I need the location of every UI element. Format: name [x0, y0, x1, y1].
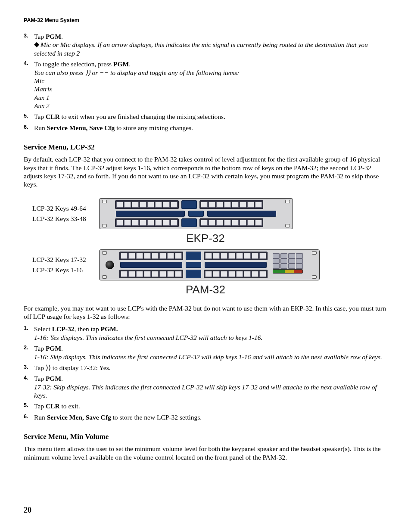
step-text: Run Service Menu, Save Cfg to store any … [34, 124, 193, 131]
section-paragraph: This menu item allows the user to set th… [24, 445, 387, 461]
step-number: 2. [24, 345, 28, 352]
figure-label: LCP-32 Keys 49-64 [32, 203, 99, 213]
step-text: Tap CLR to exit when you are finished ch… [34, 113, 225, 120]
step-note: You can also press ⟩⟩ or −− to display a… [34, 69, 240, 76]
t: CLR [46, 113, 60, 120]
screw-icon [102, 224, 107, 227]
volume-knob-icon [106, 261, 114, 269]
step-b3: 3. Tap ⟩⟩ to display 17-32: Yes. [24, 364, 387, 372]
step-number: 5. [24, 113, 28, 120]
key-bank [199, 200, 263, 209]
center-module [186, 270, 201, 278]
figure-labels-pam: LCP-32 Keys 17-32 LCP-32 Keys 1-16 [24, 255, 99, 275]
figure-label: LCP-32 Keys 17-32 [32, 255, 99, 264]
t: Tap [34, 345, 46, 352]
step-b4: 4. Tap PGM. 17-32: Skip displays. This i… [24, 374, 387, 399]
diamond-icon: ◆ [34, 40, 39, 48]
t: CLR [46, 402, 60, 410]
figure-label: LCP-32 Keys 33-48 [32, 214, 99, 224]
t: Tap [34, 113, 46, 120]
center-module [186, 262, 201, 268]
t: . [61, 375, 63, 382]
key-row [119, 252, 268, 260]
step-5: 5. Tap CLR to exit when you are finished… [24, 112, 387, 121]
step-number: 4. [24, 375, 28, 382]
step-number: 1. [24, 325, 28, 332]
step-note: 17-32: Skip displays. This indicates the… [34, 383, 377, 399]
t: PGM [46, 375, 61, 382]
center-module [186, 252, 201, 260]
figure-label: LCP-32 Keys 1-16 [32, 265, 99, 275]
section-heading-minvol: Service Menu, Min Volume [24, 432, 387, 441]
steps-list-b: 1. Select LCP-32, then tap PGM. 1-16: Ye… [24, 325, 387, 421]
t: Run [34, 414, 47, 421]
t: PGM [46, 345, 61, 352]
step-b5: 5. Tap CLR to exit. [24, 402, 387, 410]
key-row [119, 270, 268, 278]
step-number: 6. [24, 124, 28, 131]
page-number: 20 [24, 506, 31, 515]
step-b2: 2. Tap PGM. 1-16: Skip displays. This in… [24, 344, 387, 361]
t: Select [34, 325, 52, 333]
step-note: 1-16: Yes displays. This indicates the f… [34, 334, 262, 341]
key-bank [119, 270, 183, 278]
figure-caption-ekp: EKP-32 [24, 232, 387, 245]
key-bank [204, 270, 268, 278]
keypad [273, 253, 303, 277]
step-note: ◆Mic or Mic displays. If an arrow displa… [34, 41, 368, 56]
ekp-panel [99, 198, 293, 229]
t: Tap [34, 402, 46, 410]
t: . [129, 60, 131, 68]
step-text: Tap CLR to exit. [34, 402, 80, 410]
key-row [115, 218, 277, 227]
key-bank [119, 252, 183, 260]
t: ⟩⟩ to display 17-32: Yes. [46, 364, 111, 371]
key-row [115, 200, 277, 209]
key-bank [115, 218, 179, 227]
figure-row-ekp: LCP-32 Keys 49-64 LCP-32 Keys 33-48 [24, 198, 387, 229]
step-4: 4. To toggle the selection, press PGM. Y… [24, 60, 387, 110]
key-bank [199, 218, 263, 227]
document-page: PAM-32 Menu System 3. Tap PGM. ◆Mic or M… [0, 0, 411, 532]
t: Mic or Mic displays. If an arrow display… [34, 41, 368, 56]
t: LCP-32 [52, 325, 75, 333]
toggle-item: Mic [34, 77, 387, 85]
running-header: PAM-32 Menu System [24, 17, 387, 23]
screw-icon [312, 275, 317, 279]
step-text: Tap ⟩⟩ to display 17-32: Yes. [34, 364, 111, 371]
t: To toggle the selection, press [34, 60, 113, 68]
display-strip [205, 262, 267, 268]
t: PGM [113, 60, 129, 68]
t: to exit when you are finished changing t… [60, 113, 225, 120]
step-6: 6. Run Service Menu, Save Cfg to store a… [24, 124, 387, 132]
t: Tap [34, 364, 46, 371]
t: Tap [34, 33, 46, 40]
t: . [61, 345, 63, 352]
display-strip [207, 211, 276, 217]
step-number: 3. [24, 33, 28, 40]
display-row [115, 211, 277, 217]
step-text: Tap PGM. [34, 33, 63, 40]
t: , then tap [74, 325, 100, 333]
step-text: Run Service Men, Save Cfg to store the n… [34, 414, 202, 421]
figure-caption-pam: PAM-32 [24, 283, 387, 296]
figure: LCP-32 Keys 49-64 LCP-32 Keys 33-48 [24, 198, 387, 296]
key-bank [115, 200, 179, 209]
toggle-item: Aux 1 [34, 93, 387, 102]
t: to store any mixing changes. [115, 124, 193, 131]
display-strip [116, 211, 185, 217]
key-bank [204, 252, 268, 260]
t: to store the new LCP-32 settings. [111, 414, 202, 421]
figure-labels-ekp: LCP-32 Keys 49-64 LCP-32 Keys 33-48 [24, 203, 99, 224]
display-strip [120, 262, 182, 268]
step-number: 5. [24, 402, 28, 409]
center-module [181, 218, 197, 227]
toggle-item: Aux 2 [34, 102, 387, 110]
screw-icon [102, 275, 107, 279]
example-paragraph: For example, you may not want to use LCP… [24, 304, 387, 321]
t: PGM [46, 33, 61, 40]
step-text: Select LCP-32, then tap PGM. [34, 325, 118, 333]
toggle-item: Matrix [34, 85, 387, 93]
steps-list-a: 3. Tap PGM. ◆Mic or Mic displays. If an … [24, 32, 387, 132]
t: Service Menu, Save Cfg [47, 124, 115, 131]
